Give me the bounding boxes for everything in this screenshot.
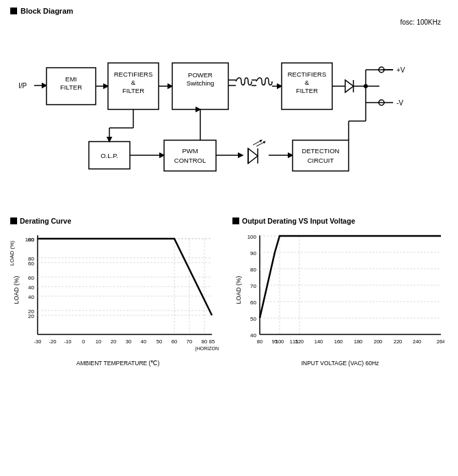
- svg-text:200: 200: [374, 339, 383, 345]
- svg-point-27: [364, 84, 368, 88]
- svg-text:180: 180: [354, 339, 363, 345]
- output-chart-svg: 40 50 60 70 80 90 100 80 95 100 115 120 …: [232, 228, 444, 362]
- svg-text:Switching: Switching: [187, 79, 215, 87]
- svg-marker-45: [248, 148, 258, 163]
- svg-text:264: 264: [437, 339, 444, 345]
- svg-text:I/P: I/P: [18, 82, 27, 90]
- svg-text:60: 60: [172, 339, 177, 345]
- page: Block Diagram fosc: 100KHz I/P EMI FILTE…: [0, 0, 458, 476]
- svg-rect-2: [46, 68, 96, 105]
- derating-chart-svg: 20 40 60 80 20 40 60: [10, 228, 219, 362]
- svg-text:DETECTION: DETECTION: [302, 147, 340, 155]
- svg-line-47: [253, 140, 262, 145]
- svg-rect-37: [89, 142, 130, 169]
- svg-text:10: 10: [96, 339, 101, 345]
- svg-text:70: 70: [187, 339, 192, 345]
- svg-text:RECTIFIERS: RECTIFIERS: [288, 70, 326, 78]
- svg-text:160: 160: [334, 339, 343, 345]
- block-diagram-section: Block Diagram fosc: 100KHz I/P EMI FILTE…: [10, 7, 448, 210]
- block-diagram-title: Block Diagram: [21, 7, 73, 15]
- svg-text:CIRCUIT: CIRCUIT: [308, 157, 334, 164]
- svg-text:80: 80: [257, 339, 262, 345]
- output-derating-title: Output Derating VS Input Voltage: [232, 217, 448, 225]
- block-diagram-svg: I/P EMI FILTER RECTIFIERS & FILTER POWE: [10, 18, 448, 210]
- svg-line-48: [256, 142, 265, 146]
- svg-text:80: 80: [250, 267, 256, 273]
- svg-text:LOAD (%): LOAD (%): [13, 276, 20, 304]
- svg-text:140: 140: [314, 339, 323, 345]
- svg-text:120: 120: [295, 339, 304, 345]
- svg-marker-24: [345, 80, 353, 92]
- svg-text:70: 70: [250, 283, 256, 289]
- svg-text:RECTIFIERS: RECTIFIERS: [114, 70, 152, 78]
- svg-text:FILTER: FILTER: [296, 87, 318, 94]
- svg-text:0: 0: [82, 339, 85, 345]
- svg-text:80: 80: [28, 256, 34, 262]
- svg-point-35: [379, 67, 384, 72]
- svg-text:90: 90: [250, 250, 256, 256]
- derating-curve-container: Derating Curve LOAD (%) 20 4: [10, 217, 226, 367]
- svg-text:-V: -V: [396, 99, 403, 107]
- svg-text:&: &: [305, 79, 310, 86]
- svg-text:50: 50: [250, 316, 256, 322]
- svg-text:&: &: [131, 79, 136, 86]
- block-diagram-header: Block Diagram: [10, 7, 448, 15]
- svg-rect-19: [282, 63, 332, 109]
- output-derating-container: Output Derating VS Input Voltage 40: [232, 217, 448, 367]
- derating-chart-wrapper: LOAD (%) 20 40 60 80: [10, 228, 226, 367]
- svg-text:+V: +V: [396, 66, 405, 74]
- svg-text:100: 100: [247, 234, 257, 240]
- svg-text:60: 60: [28, 275, 34, 281]
- svg-text:POWER: POWER: [188, 71, 213, 79]
- svg-text:20: 20: [111, 339, 116, 345]
- svg-text:220: 220: [394, 339, 403, 345]
- derating-y-label: LOAD (%): [9, 241, 15, 265]
- svg-text:40: 40: [141, 339, 146, 345]
- svg-text:PWM: PWM: [182, 147, 198, 155]
- svg-text:40: 40: [250, 332, 256, 339]
- svg-text:FILTER: FILTER: [122, 87, 144, 94]
- fosc-label: fosc: 100KHz: [401, 18, 441, 26]
- derating-title-text: Derating Curve: [20, 217, 71, 225]
- svg-text:240: 240: [413, 339, 422, 345]
- svg-text:FILTER: FILTER: [60, 83, 82, 91]
- svg-text:30: 30: [126, 339, 131, 345]
- svg-text:20: 20: [28, 313, 34, 319]
- output-title-text: Output Derating VS Input Voltage: [242, 217, 355, 225]
- output-title-square: [232, 217, 239, 224]
- svg-text:100: 100: [275, 339, 284, 345]
- derating-title-square: [10, 217, 17, 224]
- svg-text:50: 50: [157, 339, 162, 345]
- svg-text:80: 80: [202, 339, 207, 345]
- svg-text:-30: -30: [34, 339, 42, 345]
- svg-text:LOAD (%): LOAD (%): [235, 276, 242, 304]
- svg-text:CONTROL: CONTROL: [174, 157, 206, 164]
- svg-text:-20: -20: [49, 339, 57, 345]
- svg-rect-50: [293, 140, 349, 171]
- svg-text:60: 60: [250, 300, 256, 306]
- svg-point-36: [379, 100, 384, 105]
- svg-text:EMI: EMI: [66, 75, 77, 83]
- derating-curve-title: Derating Curve: [10, 217, 226, 225]
- svg-rect-11: [172, 63, 228, 109]
- svg-text:85: 85: [209, 339, 215, 345]
- charts-section: Derating Curve LOAD (%) 20 4: [10, 217, 448, 367]
- svg-text:40: 40: [28, 285, 34, 291]
- header-square: [10, 8, 17, 14]
- svg-rect-40: [164, 140, 216, 171]
- svg-text:O.L.P.: O.L.P.: [100, 152, 118, 159]
- block-diagram-area: fosc: 100KHz I/P EMI FILTER RECTIFIERS &…: [10, 18, 448, 210]
- svg-text:(HORIZONTAL): (HORIZONTAL): [195, 346, 219, 352]
- svg-text:100: 100: [25, 237, 35, 243]
- output-chart-wrapper: 40 50 60 70 80 90 100 80 95 100 115 120 …: [232, 228, 448, 367]
- svg-rect-6: [108, 63, 159, 109]
- svg-text:40: 40: [28, 294, 34, 300]
- svg-text:-10: -10: [64, 339, 72, 345]
